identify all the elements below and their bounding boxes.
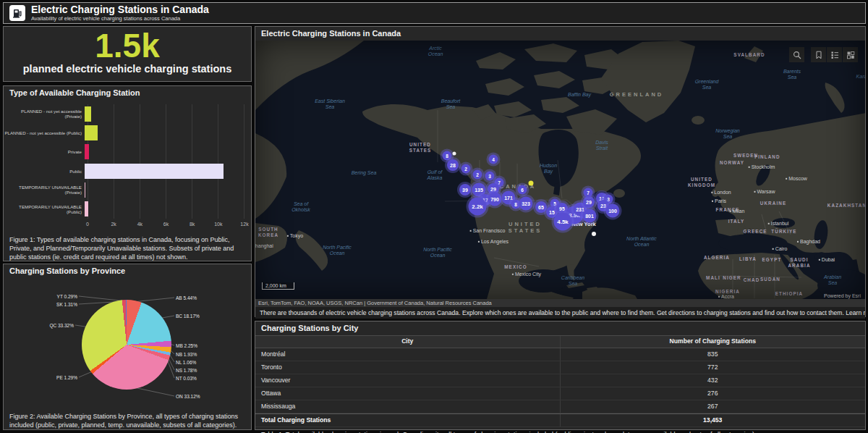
- description-text: There are thousands of electric vehicle …: [260, 309, 865, 316]
- bar[interactable]: [85, 106, 91, 122]
- bar[interactable]: [85, 144, 89, 159]
- map-label: Stockholm: [749, 164, 775, 170]
- map-label: UNITEDSTATES: [509, 221, 542, 234]
- city-cell: Ottawa: [255, 387, 561, 400]
- bar-category-label: Private: [4, 149, 85, 154]
- map-label: SOUTHKOREA: [258, 227, 278, 237]
- bar[interactable]: [85, 201, 88, 216]
- map-cluster[interactable]: 801: [583, 209, 597, 223]
- pie-slice-label: NS 1.78%: [176, 368, 197, 373]
- map-label: Baffin Bay: [568, 92, 591, 98]
- bar-chart-x-axis: 02k4k6k8k10k12k: [88, 222, 244, 232]
- map-label: MALI: [706, 275, 720, 281]
- map-cluster[interactable]: 65: [535, 201, 547, 213]
- figure2-caption: Figure 2: Available Charging Stations by…: [4, 410, 251, 432]
- map-cluster[interactable]: 2: [461, 164, 471, 174]
- map-label: FRANCE: [716, 207, 740, 213]
- table-row[interactable]: Toronto772: [255, 361, 865, 374]
- bar-row[interactable]: PLANNED - not yet accessible (Public): [4, 124, 244, 141]
- map-label: North PacificOcean: [423, 247, 452, 259]
- table-row[interactable]: Vancouver432: [255, 374, 865, 387]
- map-point[interactable]: [592, 232, 596, 236]
- table-title: Charging Stations by City: [255, 321, 865, 335]
- pie-chart-title: Charging Stations by Province: [4, 264, 251, 278]
- map-label: NORWAY: [720, 160, 744, 166]
- pie-slice-label: NB 1.93%: [176, 352, 197, 357]
- table-row[interactable]: Ottawa276: [255, 387, 865, 400]
- map-cluster[interactable]: 2: [473, 170, 482, 180]
- city-cell: Toronto: [255, 361, 561, 374]
- x-axis-tick: 12k: [240, 222, 248, 227]
- x-axis-tick: 2k: [111, 222, 116, 227]
- map-label: Dubai: [819, 257, 835, 263]
- map-cluster[interactable]: 790: [488, 193, 502, 206]
- city-cell: Total Charging Stations: [255, 414, 561, 426]
- map-cluster[interactable]: 2.2k: [469, 198, 487, 216]
- map-cluster[interactable]: 39: [459, 184, 471, 196]
- table-row[interactable]: Montréal835: [255, 348, 865, 361]
- city-cell: Mississauga: [255, 400, 561, 413]
- map-cluster[interactable]: 28: [447, 159, 459, 171]
- pie-slice-label: QC 33.32%: [49, 323, 74, 328]
- pie-slice-label: YT 0.29%: [57, 294, 77, 299]
- x-axis-tick: 0: [86, 222, 89, 227]
- map-cluster[interactable]: 7: [584, 188, 593, 198]
- map-label: FINLAND: [754, 154, 780, 160]
- basemap-icon[interactable]: [843, 47, 858, 62]
- bar-row[interactable]: TEMPORARILY UNAVAILABLE (Public): [4, 201, 244, 218]
- legend-icon[interactable]: [827, 47, 842, 62]
- map-point[interactable]: [529, 181, 534, 186]
- table-body: Montréal835Toronto772Vancouver432Ottawa2…: [255, 348, 865, 427]
- table-row[interactable]: Mississauga267: [255, 400, 865, 413]
- pie-chart: AB 5.44%BC 18.17%MB 2.25%NB 1.93%NL 1.06…: [4, 278, 251, 410]
- bar[interactable]: [85, 125, 98, 140]
- table-header-count: Number of Charging Stations: [561, 336, 866, 348]
- pie-slice-label: PE 1.29%: [56, 375, 77, 380]
- map-label: San Francisco: [470, 228, 506, 234]
- map-label: ArcticOcean: [428, 46, 443, 58]
- pie-circle[interactable]: [82, 300, 171, 390]
- map-label: UNITEDSTATES: [409, 142, 432, 153]
- map-cluster[interactable]: 4.5k: [554, 213, 572, 231]
- map-label: UNITEDKINGDOM: [688, 177, 715, 188]
- map-label: Baghdad: [797, 239, 820, 245]
- map-point[interactable]: [453, 152, 456, 156]
- map-label: GREENLAND: [610, 91, 664, 98]
- map-label: Istanbul: [768, 221, 789, 227]
- x-axis-tick: 6k: [163, 222, 169, 227]
- map-label: Moscow: [786, 176, 807, 182]
- map[interactable]: ArcticOceanEast SiberianSeaBeaufortSeaBa…: [255, 41, 865, 299]
- bar-row[interactable]: TEMPORARILY UNAVAILABLE (Private): [4, 181, 244, 198]
- table-header-city: City: [255, 336, 561, 348]
- stat-label: planned electric vehicle charging statio…: [4, 63, 251, 75]
- map-label: SWEDEN: [733, 153, 758, 159]
- map-label: Tokyo: [287, 233, 303, 239]
- bar-category-label: TEMPORARILY UNAVAILABLE (Private): [4, 185, 85, 195]
- map-attribution: Esri, TomTom, FAO, NOAA, USGS, NRCan | G…: [255, 299, 865, 307]
- map-label: HudsonBay: [540, 163, 557, 175]
- bar-row[interactable]: Private: [4, 143, 244, 161]
- map-label: Accra: [718, 294, 734, 299]
- map-label: CHAD: [744, 277, 760, 283]
- map-cluster[interactable]: 323: [519, 197, 533, 211]
- map-cluster[interactable]: 6: [518, 185, 527, 195]
- map-label: LIBYA: [739, 256, 757, 262]
- table-row[interactable]: Total Charging Stations13,453: [255, 413, 865, 427]
- map-toolbar: [789, 47, 858, 62]
- bar[interactable]: [85, 164, 224, 179]
- map-label: CaribbeanSea: [561, 275, 584, 287]
- map-cluster[interactable]: 100: [606, 204, 620, 218]
- map-label: NIGERIA: [715, 289, 740, 295]
- bar-row[interactable]: Public: [4, 162, 244, 180]
- map-cluster[interactable]: 4: [489, 155, 498, 164]
- map-cluster[interactable]: 3: [485, 172, 495, 181]
- map-cluster[interactable]: 29: [583, 196, 595, 208]
- figure1-caption: Figure 1: Types of available charging st…: [4, 233, 251, 264]
- bookmark-icon[interactable]: [811, 47, 826, 62]
- bar-row[interactable]: PLANNED - not yet accessible (Private): [4, 105, 244, 122]
- map-label: Kara: [856, 74, 865, 80]
- map-label: NIGER: [723, 275, 741, 281]
- stat-panel: 1.5k planned electric vehicle charging s…: [3, 26, 252, 82]
- search-icon[interactable]: [789, 47, 804, 62]
- map-label: Sea ofOkhotsk: [292, 201, 310, 214]
